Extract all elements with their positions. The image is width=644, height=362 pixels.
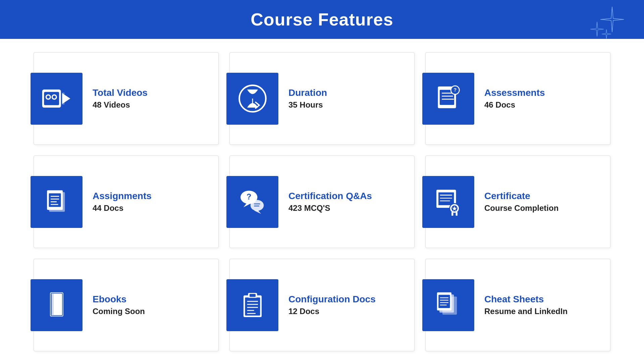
page-header: Course Features [0, 0, 644, 39]
feature-card-duration: Duration 35 Hours [229, 52, 415, 145]
svg-rect-7 [62, 93, 64, 105]
svg-text:?: ? [247, 192, 251, 201]
certificate-subtitle: Course Completion [484, 203, 558, 213]
certificate-icon-box [422, 176, 474, 228]
assignments-subtitle: 44 Docs [93, 203, 152, 213]
assessments-subtitle: 46 Docs [484, 100, 545, 110]
assessments-icon-box: ? [422, 73, 474, 125]
feature-card-certificate: Certificate Course Completion [425, 156, 610, 248]
hourglass-icon [237, 83, 268, 114]
config-icon-box [226, 279, 278, 331]
feature-card-certification-qas: ? Certification Q&As 423 MCQ'S [229, 156, 415, 248]
configuration-docs-title: Configuration Docs [288, 294, 376, 305]
assignments-text: Assignments 44 Docs [83, 191, 152, 213]
certificate-icon [433, 187, 464, 217]
assignments-title: Assignments [93, 191, 152, 201]
clipboard-icon [237, 290, 268, 320]
total-videos-text: Total Videos 48 Videos [83, 87, 148, 110]
certification-qas-text: Certification Q&As 423 MCQ'S [278, 191, 372, 213]
page-title: Course Features [251, 9, 393, 29]
sheets-icon-box [422, 279, 474, 331]
feature-card-cheat-sheets: Cheat Sheets Resume and LinkedIn [425, 259, 610, 351]
video-icon-box [31, 73, 83, 125]
cheat-sheets-icon [433, 290, 464, 320]
certification-qas-title: Certification Q&As [288, 191, 372, 201]
ebook-icon [42, 290, 72, 320]
svg-rect-59 [438, 295, 450, 308]
svg-point-5 [53, 96, 56, 99]
cheat-sheets-title: Cheat Sheets [484, 294, 568, 305]
assessments-title: Assessments [484, 87, 545, 98]
assignments-docs-icon [42, 187, 72, 217]
assessment-doc-icon: ? [433, 83, 464, 114]
configuration-docs-text: Configuration Docs 12 Docs [278, 294, 376, 316]
svg-rect-45 [51, 294, 53, 315]
video-camera-icon [42, 83, 72, 114]
configuration-docs-subtitle: 12 Docs [288, 307, 376, 316]
feature-card-configuration-docs: Configuration Docs 12 Docs [229, 259, 415, 351]
total-videos-subtitle: 48 Videos [93, 100, 148, 110]
total-videos-title: Total Videos [93, 87, 148, 98]
feature-card-assessments: ? Assessments 46 Docs [425, 52, 610, 145]
duration-subtitle: 35 Hours [288, 100, 327, 110]
svg-rect-41 [455, 212, 457, 216]
ebooks-icon-box [31, 279, 83, 331]
svg-marker-29 [254, 210, 261, 214]
qna-bubbles-icon: ? [237, 187, 268, 217]
assignments-icon-box [31, 176, 83, 228]
feature-card-ebooks: Ebooks Coming Soon [34, 259, 219, 351]
duration-text: Duration 35 Hours [278, 87, 327, 110]
svg-point-3 [47, 96, 50, 99]
cheat-sheets-subtitle: Resume and LinkedIn [484, 307, 568, 316]
cheat-sheets-text: Cheat Sheets Resume and LinkedIn [474, 294, 568, 316]
ebooks-text: Ebooks Coming Soon [83, 294, 145, 316]
svg-rect-33 [438, 192, 454, 205]
certificate-text: Certificate Course Completion [474, 191, 558, 213]
ebooks-title: Ebooks [93, 294, 145, 305]
svg-marker-26 [244, 203, 251, 207]
assessments-text: Assessments 46 Docs [474, 87, 545, 110]
qna-icon-box: ? [226, 176, 278, 228]
duration-title: Duration [288, 87, 327, 98]
svg-rect-40 [451, 212, 453, 216]
certification-qas-subtitle: 423 MCQ'S [288, 203, 372, 213]
svg-rect-48 [245, 298, 260, 316]
features-grid: Total Videos 48 Videos Duration 35 Hours [0, 39, 644, 362]
ebooks-subtitle: Coming Soon [93, 307, 145, 316]
feature-card-assignments: Assignments 44 Docs [34, 156, 219, 248]
decorative-stars-icon [577, 3, 624, 44]
feature-card-total-videos: Total Videos 48 Videos [34, 52, 219, 145]
svg-point-28 [250, 200, 264, 211]
svg-rect-50 [250, 294, 256, 297]
duration-icon-box [226, 73, 278, 125]
certificate-title: Certificate [484, 191, 558, 201]
svg-text:?: ? [453, 87, 457, 93]
